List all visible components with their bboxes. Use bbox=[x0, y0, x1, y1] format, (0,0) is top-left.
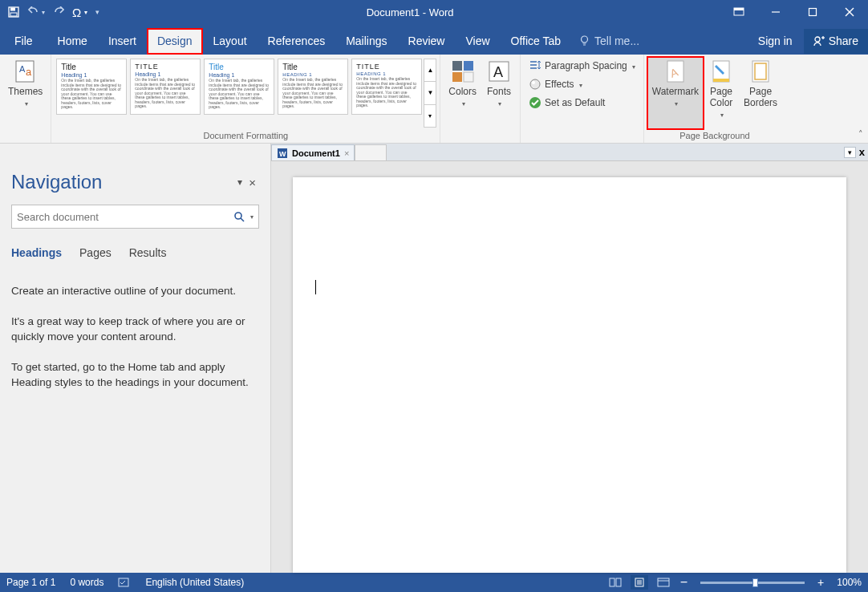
symbol-omega-button[interactable]: Ω▾ bbox=[72, 6, 87, 19]
nav-hint-3: To get started, go to the Home tab and a… bbox=[11, 359, 259, 391]
status-page[interactable]: Page 1 of 1 bbox=[6, 577, 55, 588]
page-borders-button[interactable]: Page Borders bbox=[739, 57, 782, 129]
redo-icon[interactable] bbox=[53, 6, 64, 18]
style-set-thumb[interactable]: Title Heading 1 On the Insert tab, the g… bbox=[56, 59, 127, 115]
tabstrip-dropdown-icon[interactable]: ▾ bbox=[844, 147, 856, 158]
svg-point-28 bbox=[532, 81, 535, 84]
checkmark-icon bbox=[529, 96, 541, 109]
gallery-more-button[interactable]: ▾ bbox=[424, 105, 436, 127]
tab-office-tab[interactable]: Office Tab bbox=[501, 28, 572, 55]
svg-rect-21 bbox=[464, 72, 473, 82]
title-bar: ▾ Ω▾ ▾ Document1 - Word bbox=[0, 0, 868, 24]
colors-icon bbox=[450, 59, 476, 84]
tab-insert[interactable]: Insert bbox=[98, 28, 147, 55]
svg-rect-41 bbox=[610, 578, 614, 586]
nav-tab-headings[interactable]: Headings bbox=[11, 246, 62, 259]
tell-me-search[interactable]: Tell me... bbox=[571, 28, 647, 55]
colors-button[interactable]: Colors bbox=[444, 57, 481, 129]
nav-tab-results[interactable]: Results bbox=[129, 246, 167, 259]
sign-in-button[interactable]: Sign in bbox=[747, 28, 804, 55]
svg-rect-1 bbox=[10, 8, 15, 11]
svg-point-27 bbox=[530, 79, 540, 89]
effects-button[interactable]: Effects bbox=[525, 76, 639, 92]
paragraph-spacing-icon bbox=[529, 59, 541, 72]
themes-button[interactable]: Aa Themes bbox=[3, 57, 47, 129]
nav-tab-pages[interactable]: Pages bbox=[79, 246, 112, 259]
svg-point-38 bbox=[235, 213, 241, 219]
save-icon[interactable] bbox=[8, 6, 19, 18]
document-area[interactable] bbox=[271, 161, 868, 573]
gallery-down-button[interactable]: ▼ bbox=[424, 82, 436, 104]
svg-rect-2 bbox=[10, 13, 17, 16]
svg-point-9 bbox=[582, 36, 588, 43]
tab-view[interactable]: View bbox=[455, 28, 500, 55]
minimize-button[interactable] bbox=[757, 0, 794, 24]
svg-rect-19 bbox=[464, 61, 473, 71]
search-document-box[interactable]: ▾ bbox=[11, 205, 259, 229]
style-set-thumb[interactable]: TITLE Heading 1 On the Insert tab, the g… bbox=[130, 59, 201, 115]
effects-icon bbox=[529, 78, 541, 91]
tab-home[interactable]: Home bbox=[47, 28, 98, 55]
status-word-count[interactable]: 0 words bbox=[70, 577, 103, 588]
nav-hint-1: Create an interactive outline of your do… bbox=[11, 283, 259, 299]
svg-rect-4 bbox=[734, 8, 744, 10]
spellcheck-icon[interactable] bbox=[118, 577, 131, 588]
watermark-icon: A bbox=[663, 59, 688, 84]
document-page[interactable] bbox=[293, 177, 846, 573]
zoom-out-button[interactable]: − bbox=[679, 575, 689, 590]
close-button[interactable] bbox=[831, 0, 868, 24]
tab-mailings[interactable]: Mailings bbox=[335, 28, 397, 55]
zoom-level[interactable]: 100% bbox=[837, 577, 862, 588]
watermark-button[interactable]: A Watermark bbox=[647, 57, 704, 129]
close-tab-icon[interactable]: × bbox=[344, 148, 349, 158]
ribbon-display-options-icon[interactable] bbox=[720, 0, 757, 24]
svg-rect-18 bbox=[452, 61, 462, 71]
style-set-thumb[interactable]: TITLE HEADING 1 On the Insert tab, the g… bbox=[351, 59, 422, 115]
svg-text:A: A bbox=[19, 64, 26, 74]
text-cursor bbox=[315, 280, 316, 294]
zoom-in-button[interactable]: + bbox=[816, 576, 825, 589]
nav-close-icon[interactable]: × bbox=[245, 176, 259, 189]
undo-icon[interactable]: ▾ bbox=[27, 6, 45, 18]
fonts-button[interactable]: A Fonts bbox=[481, 57, 517, 129]
tab-design[interactable]: Design bbox=[147, 28, 203, 55]
nav-menu-icon[interactable]: ▾ bbox=[234, 176, 245, 188]
ribbon: Aa Themes Title Heading 1 On the Insert … bbox=[0, 55, 868, 144]
tab-references[interactable]: References bbox=[258, 28, 336, 55]
search-input[interactable] bbox=[17, 211, 230, 223]
print-layout-button[interactable] bbox=[631, 575, 648, 590]
set-as-default-button[interactable]: Set as Default bbox=[525, 95, 639, 111]
tab-layout[interactable]: Layout bbox=[203, 28, 258, 55]
svg-rect-20 bbox=[452, 72, 462, 82]
search-icon[interactable] bbox=[230, 211, 248, 222]
group-label-document-formatting: Document Formatting bbox=[51, 129, 440, 143]
search-options-icon[interactable]: ▾ bbox=[248, 213, 254, 221]
web-layout-button[interactable] bbox=[655, 575, 672, 590]
window-title: Document1 - Word bbox=[99, 6, 720, 18]
style-set-thumb[interactable]: Title Heading 1 On the Insert tab, the g… bbox=[204, 59, 274, 115]
style-set-thumb[interactable]: Title HEADING 1 On the Insert tab, the g… bbox=[278, 59, 348, 115]
page-color-button[interactable]: Page Color bbox=[704, 57, 739, 129]
paragraph-spacing-button[interactable]: Paragraph Spacing bbox=[525, 58, 639, 74]
style-set-gallery[interactable]: Title Heading 1 On the Insert tab, the g… bbox=[51, 55, 440, 129]
share-button[interactable]: Share bbox=[804, 29, 868, 54]
tab-file[interactable]: File bbox=[0, 28, 47, 55]
status-bar: Page 1 of 1 0 words English (United Stat… bbox=[0, 573, 868, 592]
navigation-pane: Navigation ▾ × ▾ Headings Pages Results … bbox=[0, 161, 271, 573]
maximize-button[interactable] bbox=[794, 0, 831, 24]
group-label-page-background: Page Background bbox=[644, 129, 785, 143]
tabstrip-close-icon[interactable]: x bbox=[859, 146, 865, 158]
tab-review[interactable]: Review bbox=[398, 28, 456, 55]
svg-rect-42 bbox=[616, 578, 621, 586]
zoom-slider[interactable] bbox=[700, 582, 805, 584]
new-tab-button[interactable] bbox=[355, 144, 387, 160]
svg-text:a: a bbox=[26, 66, 32, 78]
status-language[interactable]: English (United States) bbox=[145, 577, 244, 588]
workspace: Navigation ▾ × ▾ Headings Pages Results … bbox=[0, 161, 868, 573]
read-mode-button[interactable] bbox=[606, 575, 624, 590]
gallery-up-button[interactable]: ▲ bbox=[424, 59, 436, 82]
chevron-down-icon bbox=[23, 97, 28, 108]
collapse-ribbon-button[interactable]: ˄ bbox=[858, 129, 863, 140]
document-tab[interactable]: W Document1 × bbox=[271, 144, 355, 160]
svg-text:A: A bbox=[493, 64, 503, 80]
